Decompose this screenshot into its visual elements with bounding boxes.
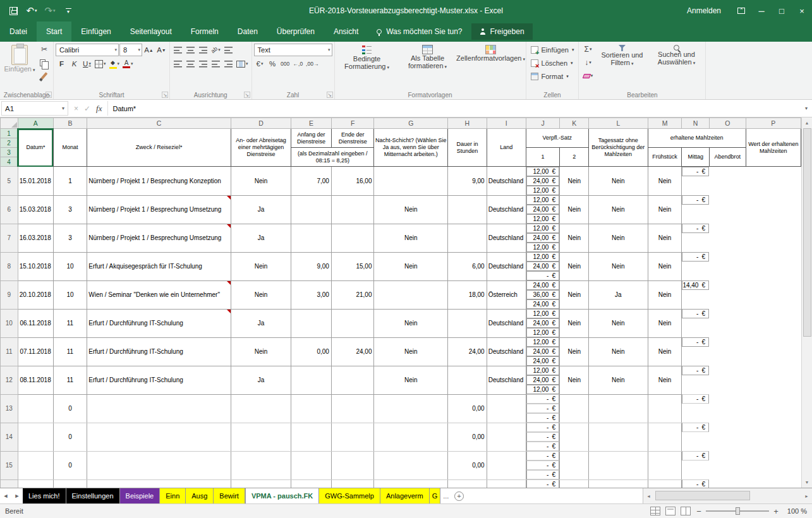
vertical-scroll-thumb[interactable]	[803, 128, 811, 337]
cell-D5[interactable]: Nein	[231, 167, 291, 196]
header-cell-dezimal-hinweis[interactable]: (als Dezimalzahl eingeben / 08:15 = 8,25…	[291, 148, 374, 167]
sheet-tab-g[interactable]: G	[430, 488, 441, 503]
cell-E6[interactable]	[291, 195, 332, 224]
cell-F6[interactable]	[331, 195, 374, 224]
cell-B13[interactable]: 0	[53, 394, 87, 423]
cell-J16[interactable]: -€	[526, 479, 560, 488]
cell-K9[interactable]: 36,00€	[526, 290, 560, 299]
cell-H10[interactable]	[448, 309, 487, 337]
cell-G5[interactable]	[374, 167, 448, 196]
qat-customize-button[interactable]: ▾	[59, 2, 77, 20]
row-header-14[interactable]: 14	[1, 423, 18, 451]
thousands-separator-button[interactable]: 000	[279, 57, 291, 70]
copy-button[interactable]: ▾	[37, 56, 51, 69]
row-header-5[interactable]: 5	[1, 167, 18, 196]
row-header-12[interactable]: 12	[1, 366, 18, 394]
row-header-10[interactable]: 10	[1, 309, 18, 337]
cell-D10[interactable]: Ja	[231, 309, 291, 337]
header-cell-land[interactable]: Land	[487, 129, 526, 167]
cell-G7[interactable]: Nein	[374, 224, 448, 252]
cell-N8[interactable]: Nein	[589, 252, 648, 280]
cell-L6[interactable]: 12,00€	[526, 214, 560, 224]
format-painter-button[interactable]	[37, 69, 51, 82]
cell-I5[interactable]: Deutschland	[487, 167, 526, 196]
cell-J11[interactable]: 12,00€	[526, 337, 560, 347]
cell-B11[interactable]: 11	[53, 337, 87, 366]
cell-E8[interactable]: 9,00	[291, 252, 332, 280]
cell-P16[interactable]: -€	[682, 479, 709, 488]
cell-M16[interactable]	[560, 479, 589, 488]
cell-M10[interactable]: Nein	[560, 309, 589, 337]
align-bottom-button[interactable]	[197, 44, 209, 56]
cell-M14[interactable]	[560, 423, 589, 451]
cell-C15[interactable]	[87, 451, 231, 479]
cell-L12[interactable]: 12,00€	[526, 385, 560, 394]
col-header-D[interactable]: D	[231, 118, 291, 129]
cell-G10[interactable]: Nein	[374, 309, 448, 337]
header-cell-fruehstueck[interactable]: Frühstück	[648, 148, 682, 167]
row-header-3[interactable]: 3	[1, 148, 18, 157]
cell-B12[interactable]: 11	[53, 366, 87, 394]
select-all-corner[interactable]	[1, 118, 18, 129]
cell-K6[interactable]: 24,00€	[526, 205, 560, 214]
sheet-tab-overflow[interactable]: ...	[440, 488, 451, 503]
vertical-scrollbar[interactable]: ▲ ▼	[801, 117, 812, 488]
cell-D11[interactable]: Nein	[231, 337, 291, 366]
delete-cells-button[interactable]: Löschen▾	[528, 56, 577, 69]
cell-O11[interactable]: Nein	[648, 337, 682, 366]
header-cell-ende[interactable]: Ende der Dienstreise	[331, 129, 374, 148]
cell-I16[interactable]	[487, 479, 526, 488]
cell-F12[interactable]	[331, 366, 374, 394]
cell-P8[interactable]: -€	[682, 252, 709, 262]
cell-F11[interactable]: 24,00	[331, 337, 374, 366]
formula-bar-expand-button[interactable]: ▾	[801, 100, 812, 117]
header-cell-dauer[interactable]: Dauer in Stunden	[448, 129, 487, 167]
alignment-dialog-launcher[interactable]: ↘	[244, 92, 250, 98]
col-header-E[interactable]: E	[291, 118, 332, 129]
ribbon-tab-überprüfen[interactable]: Überprüfen	[267, 21, 324, 42]
italic-button[interactable]: K	[68, 57, 80, 70]
cell-M5[interactable]: Nein	[560, 167, 589, 196]
cell-O5[interactable]: Nein	[648, 167, 682, 196]
font-color-button[interactable]: A▾	[121, 57, 135, 70]
name-box-dropdown-icon[interactable]: ▾	[62, 105, 64, 111]
sort-filter-button[interactable]: Sortieren und Filtern▾	[595, 43, 649, 90]
cell-G12[interactable]: Nein	[374, 366, 448, 394]
align-middle-button[interactable]	[185, 44, 197, 56]
header-cell-erhaltene-mahlzeiten[interactable]: erhaltene Mahlzeiten	[648, 129, 746, 148]
cell-K11[interactable]: 24,00€	[526, 347, 560, 356]
number-dialog-launcher[interactable]: ↘	[327, 92, 333, 98]
cell-A6[interactable]: 15.03.2018	[18, 195, 53, 224]
cell-F8[interactable]: 15,00	[331, 252, 374, 280]
cell-C10[interactable]: Erfurt / Durchführung IT-Schulung	[87, 309, 231, 337]
cell-K15[interactable]: -€	[526, 461, 560, 470]
cell-N9[interactable]: Ja	[589, 280, 648, 309]
ribbon-display-options-button[interactable]	[731, 0, 751, 21]
cell-P12[interactable]: -€	[682, 366, 709, 375]
scroll-down-arrow[interactable]: ▼	[802, 477, 812, 488]
cell-L11[interactable]: 24,00€	[526, 356, 560, 366]
cell-K8[interactable]: 24,00€	[526, 262, 560, 271]
cell-A14[interactable]	[18, 423, 53, 451]
percent-format-button[interactable]: %	[267, 57, 279, 70]
cell-J9[interactable]: 24,00€	[526, 280, 560, 290]
cell-B15[interactable]: 0	[53, 451, 87, 479]
cell-O12[interactable]: Nein	[648, 366, 682, 394]
cell-A13[interactable]	[18, 394, 53, 423]
tell-me-box[interactable]: Was möchten Sie tun?	[368, 21, 471, 42]
cell-J7[interactable]: 12,00€	[526, 224, 560, 233]
row-header-15[interactable]: 15	[1, 451, 18, 479]
cell-N5[interactable]: Nein	[589, 167, 648, 196]
cell-M11[interactable]: Nein	[560, 337, 589, 366]
cell-G6[interactable]: Nein	[374, 195, 448, 224]
cell-F9[interactable]: 21,00	[331, 280, 374, 309]
cell-M13[interactable]	[560, 394, 589, 423]
enter-icon[interactable]: ✓	[84, 104, 90, 113]
cell-J15[interactable]: -€	[526, 451, 560, 461]
ribbon-tab-einfügen[interactable]: Einfügen	[71, 21, 120, 42]
cell-L9[interactable]: 24,00€	[526, 299, 560, 309]
zoom-in-button[interactable]: +	[773, 507, 779, 516]
cell-C16[interactable]	[87, 479, 231, 488]
cell-I10[interactable]: Deutschland	[487, 309, 526, 337]
cell-B7[interactable]: 3	[53, 224, 87, 252]
